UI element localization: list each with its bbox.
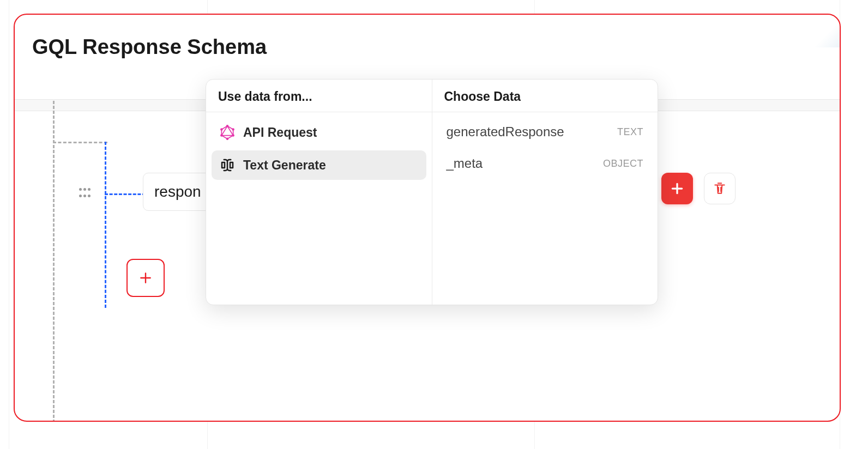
svg-point-7 — [220, 128, 222, 130]
delete-field-button[interactable] — [704, 173, 736, 204]
tree-connector — [105, 142, 106, 308]
panel-title: GQL Response Schema — [15, 15, 840, 59]
tree-connector — [105, 193, 146, 195]
svg-point-5 — [226, 138, 228, 140]
tree-connector — [53, 101, 55, 422]
data-source-popup: Use data from... — [206, 79, 658, 305]
graphql-icon — [219, 124, 236, 141]
plus-icon — [138, 271, 153, 285]
svg-point-6 — [220, 134, 222, 136]
source-item-label: API Request — [243, 125, 317, 140]
add-field-button[interactable] — [661, 173, 693, 204]
add-child-button[interactable] — [126, 259, 165, 297]
svg-marker-1 — [221, 126, 233, 135]
data-column: Choose Data generatedResponse TEXT _meta… — [432, 80, 658, 305]
text-cursor-icon — [219, 157, 236, 173]
svg-point-2 — [226, 125, 228, 127]
drag-handle-icon[interactable] — [79, 188, 90, 199]
source-column: Use data from... — [206, 80, 432, 305]
data-column-header: Choose Data — [432, 80, 658, 112]
source-list: API Request Text Generate — [206, 112, 432, 185]
data-option-type: OBJECT — [603, 158, 643, 169]
tree-connector — [53, 142, 107, 143]
field-actions — [661, 173, 736, 204]
trash-icon — [713, 181, 727, 196]
source-item-api-request[interactable]: API Request — [212, 118, 426, 147]
field-name-text: respon — [154, 183, 201, 201]
source-column-header: Use data from... — [206, 80, 432, 112]
grid-line — [9, 0, 9, 449]
data-option-generatedResponse[interactable]: generatedResponse TEXT — [438, 118, 653, 146]
data-option-name: generatedResponse — [447, 124, 564, 139]
source-item-text-generate[interactable]: Text Generate — [212, 150, 426, 180]
data-option-type: TEXT — [617, 126, 643, 138]
svg-point-3 — [232, 128, 234, 130]
data-option-meta[interactable]: _meta OBJECT — [438, 149, 653, 178]
data-list: generatedResponse TEXT _meta OBJECT — [432, 112, 658, 183]
schema-tree: respon — [47, 101, 211, 346]
svg-point-4 — [232, 134, 234, 136]
plus-icon — [670, 181, 684, 196]
schema-panel: GQL Response Schema respon — [14, 14, 841, 422]
data-option-name: _meta — [447, 156, 483, 171]
source-item-label: Text Generate — [243, 158, 326, 173]
